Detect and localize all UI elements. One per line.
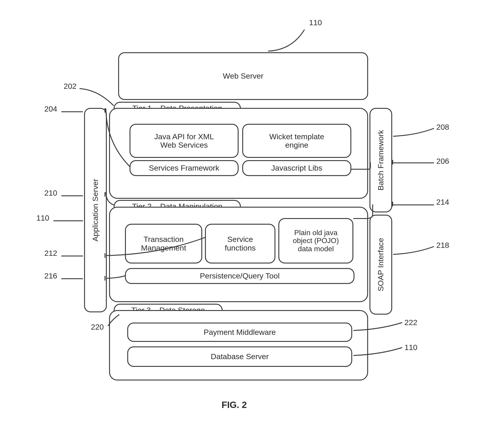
web-server-box: Web Server [118, 52, 368, 100]
callout-110-bottom-right: 110 [405, 343, 417, 352]
application-server-box: Application Server [84, 108, 107, 312]
callout-220: 220 [91, 323, 104, 331]
figure-2-diagram: Web Server Tier 1 – Data Presentation Ap… [0, 0, 504, 435]
callout-214: 214 [436, 198, 449, 206]
services-framework-box: Services Framework [129, 160, 239, 176]
callout-222: 222 [405, 318, 417, 327]
tier3-area [109, 310, 368, 381]
callout-206: 206 [436, 157, 449, 166]
persistence-query-tool-box: Persistence/Query Tool [125, 268, 354, 284]
batch-framework-label: Batch Framework [377, 130, 385, 190]
callout-216: 216 [44, 271, 57, 280]
java-api-box: Java API for XML Web Services [129, 124, 239, 158]
soap-interface-box: SOAP Interface [369, 215, 392, 315]
figure-caption: FIG. 2 [222, 400, 247, 410]
callout-204: 204 [44, 105, 57, 113]
payment-middleware-box: Payment Middleware [127, 323, 352, 342]
wicket-template-box: Wicket template engine [242, 124, 351, 158]
callout-110-left-mid: 110 [36, 213, 49, 222]
batch-framework-box: Batch Framework [369, 108, 392, 212]
application-server-label: Application Server [91, 179, 99, 241]
soap-interface-label: SOAP Interface [377, 238, 385, 292]
callout-110-top: 110 [309, 18, 322, 27]
database-server-box: Database Server [127, 346, 352, 367]
javascript-libs-box: Javascript Libs [242, 160, 351, 176]
pojo-data-model-box: Plain old java object (POJO) data model [278, 218, 353, 264]
callout-210: 210 [44, 188, 57, 197]
service-functions-box: Service functions [205, 224, 275, 264]
callout-202: 202 [64, 82, 77, 91]
callout-212: 212 [44, 249, 57, 257]
